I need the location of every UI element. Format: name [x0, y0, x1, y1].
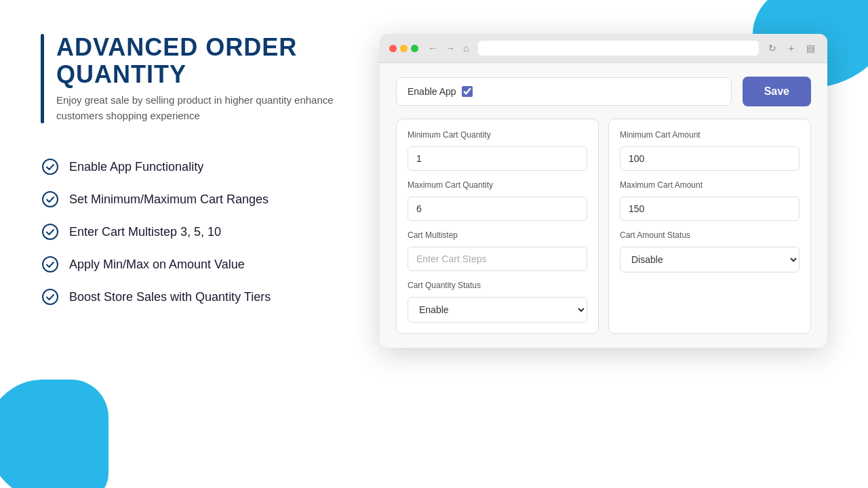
feature-label-4: Apply Min/Max on Amount Value [69, 258, 245, 272]
check-icon-5 [41, 287, 60, 306]
min-qty-group: Minimum Cart Quantity [408, 130, 587, 171]
home-button[interactable]: ⌂ [460, 41, 471, 55]
multistep-input[interactable] [408, 247, 587, 271]
dot-green[interactable] [411, 45, 418, 52]
check-icon-4 [41, 255, 60, 274]
amount-status-label: Cart Amount Status [620, 230, 800, 240]
feature-label-5: Boost Store Sales with Quantity Tiers [69, 290, 271, 304]
svg-point-3 [43, 257, 58, 272]
svg-point-4 [43, 289, 58, 304]
multistep-label: Cart Multistep [408, 230, 587, 240]
feature-item-3: Enter Cart Multistep 3, 5, 10 [41, 222, 353, 241]
qty-status-group: Cart Quantity Status Enable Disable [408, 281, 587, 323]
feature-label-2: Set Minimum/Maximum Cart Ranges [69, 192, 269, 207]
left-form-card: Minimum Cart Quantity Maximum Cart Quant… [396, 119, 599, 334]
browser-dots [389, 45, 418, 52]
add-tab-button[interactable]: + [786, 41, 797, 55]
right-panel: ← → ⌂ ↻ + ▤ Enable App Save [380, 34, 827, 461]
amount-status-select[interactable]: Disable Enable [620, 247, 800, 272]
check-icon-2 [41, 190, 60, 209]
browser-body: Enable App Save Minimum Cart Quantity [380, 63, 827, 348]
right-form-card: Minimum Cart Amount Maximum Cart Amount … [608, 119, 811, 334]
forward-button[interactable]: → [443, 41, 458, 55]
form-grid: Minimum Cart Quantity Maximum Cart Quant… [396, 119, 811, 334]
left-panel: ADVANCED ORDER QUANTITY Enjoy great sale… [41, 34, 353, 461]
save-button[interactable]: Save [743, 77, 811, 106]
features-list: Enable App Functionality Set Minimum/Max… [41, 157, 353, 306]
svg-point-1 [43, 192, 58, 207]
max-qty-input[interactable] [408, 197, 587, 221]
feature-label-1: Enable App Functionality [69, 160, 203, 174]
enable-app-row: Enable App Save [396, 77, 811, 106]
amount-status-group: Cart Amount Status Disable Enable [620, 230, 800, 272]
qty-status-select[interactable]: Enable Disable [408, 297, 587, 323]
enable-app-field: Enable App [396, 77, 732, 106]
main-content: ADVANCED ORDER QUANTITY Enjoy great sale… [0, 0, 868, 488]
max-qty-group: Maximum Cart Quantity [408, 180, 587, 221]
min-qty-input[interactable] [408, 146, 587, 171]
min-amount-input[interactable] [620, 146, 800, 171]
dot-red[interactable] [389, 45, 397, 52]
back-button[interactable]: ← [425, 41, 440, 55]
accent-bar [41, 34, 44, 123]
max-amount-input[interactable] [620, 197, 800, 221]
header-text: ADVANCED ORDER QUANTITY Enjoy great sale… [56, 34, 353, 123]
max-qty-label: Maximum Cart Quantity [408, 180, 587, 190]
dot-yellow[interactable] [400, 45, 408, 52]
check-icon-1 [41, 157, 60, 176]
check-icon-3 [41, 222, 60, 241]
share-button[interactable]: ▤ [804, 41, 818, 55]
multistep-group: Cart Multistep [408, 230, 587, 271]
page-subtitle: Enjoy great sale by selling product in h… [56, 93, 353, 123]
feature-item-5: Boost Store Sales with Quantity Tiers [41, 287, 353, 306]
page-title: ADVANCED ORDER QUANTITY [56, 34, 353, 87]
svg-point-2 [43, 224, 58, 239]
svg-point-0 [43, 159, 58, 174]
browser-search-input[interactable] [478, 41, 758, 56]
refresh-button[interactable]: ↻ [766, 41, 779, 55]
browser-nav: ← → ⌂ [425, 41, 471, 55]
min-amount-group: Minimum Cart Amount [620, 130, 800, 171]
qty-status-label: Cart Quantity Status [408, 281, 587, 290]
browser-toolbar: ← → ⌂ ↻ + ▤ [380, 34, 827, 63]
max-amount-group: Maximum Cart Amount [620, 180, 800, 221]
feature-item-2: Set Minimum/Maximum Cart Ranges [41, 190, 353, 209]
feature-item-4: Apply Min/Max on Amount Value [41, 255, 353, 274]
max-amount-label: Maximum Cart Amount [620, 180, 800, 190]
min-amount-label: Minimum Cart Amount [620, 130, 800, 140]
browser-window: ← → ⌂ ↻ + ▤ Enable App Save [380, 34, 827, 348]
feature-label-3: Enter Cart Multistep 3, 5, 10 [69, 225, 221, 239]
header-section: ADVANCED ORDER QUANTITY Enjoy great sale… [41, 34, 353, 123]
enable-app-checkbox[interactable] [462, 86, 473, 97]
feature-item-1: Enable App Functionality [41, 157, 353, 176]
enable-app-label: Enable App [408, 86, 456, 97]
min-qty-label: Minimum Cart Quantity [408, 130, 587, 140]
